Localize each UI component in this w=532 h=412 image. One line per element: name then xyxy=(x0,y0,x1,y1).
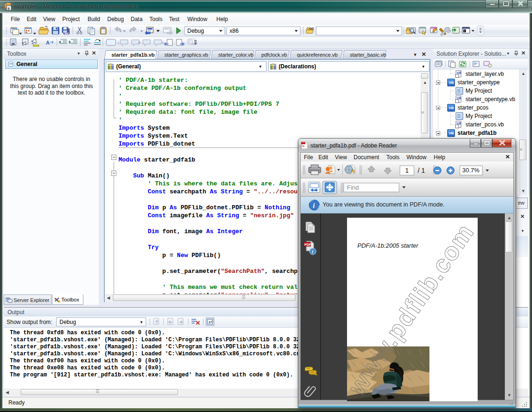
svg-text:i: i xyxy=(312,249,313,254)
svg-text:/ 1: / 1 xyxy=(418,167,425,174)
svg-text:Debug: Debug xyxy=(187,28,204,34)
svg-text:x86: x86 xyxy=(229,28,239,34)
svg-text:A: A xyxy=(46,40,50,45)
svg-text:>: > xyxy=(464,29,466,32)
svg-text:30.7%: 30.7% xyxy=(462,167,480,174)
svg-text:9: 9 xyxy=(7,7,10,11)
svg-text:PDF: PDF xyxy=(304,243,311,246)
svg-text:Find: Find xyxy=(347,184,359,191)
svg-text:1: 1 xyxy=(405,167,409,174)
